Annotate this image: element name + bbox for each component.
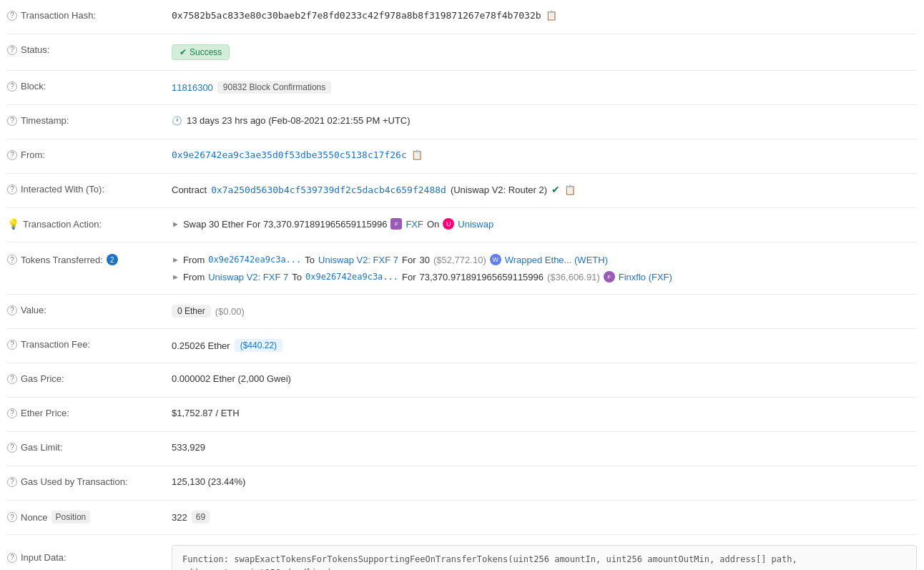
block-help-icon[interactable]: ?	[7, 82, 17, 92]
verified-icon: ✔	[551, 184, 560, 195]
nonce-help-icon[interactable]: ?	[7, 512, 17, 522]
tokens-transferred-label: ? Tokens Transferred: 2	[7, 252, 172, 265]
gas-used-label: ? Gas Used by Transaction:	[7, 476, 172, 487]
lightning-icon: 💡	[7, 218, 19, 230]
amount-1: 30	[420, 255, 430, 265]
gas-used-help-icon[interactable]: ?	[7, 477, 17, 487]
contract-prefix: Contract	[172, 185, 207, 195]
tx-fee-row: ? Transaction Fee: 0.25026 Ether ($440.2…	[7, 329, 917, 363]
gas-limit-value-col: 533,929	[172, 442, 917, 453]
value-help-icon[interactable]: ?	[7, 305, 17, 315]
tokens-help-icon[interactable]: ?	[7, 255, 17, 265]
gas-limit-help-icon[interactable]: ?	[7, 443, 17, 453]
check-icon: ✔	[180, 47, 187, 57]
triangle-icon: ►	[172, 220, 180, 228]
input-data-line2: address to, uint256 deadline)	[182, 566, 906, 570]
gas-price-help-icon[interactable]: ?	[7, 374, 17, 384]
usd-2: ($36,606.91)	[547, 272, 600, 282]
tx-hash-help-icon[interactable]: ?	[7, 11, 17, 21]
clock-icon: 🕐	[172, 116, 182, 126]
input-data-box: Function: swapExactTokensForTokensSuppor…	[172, 545, 917, 570]
ether-price-help-icon[interactable]: ?	[7, 408, 17, 418]
value-usd: ($0.00)	[215, 306, 245, 317]
token-name-2[interactable]: Finxflo (FXF)	[619, 272, 672, 282]
input-data-row: ? Input Data: Function: swapExactTokensF…	[7, 535, 917, 570]
gas-price-value-col: 0.000002 Ether (2,000 Gwei)	[172, 373, 917, 384]
tx-hash-copy-icon[interactable]: 📋	[546, 10, 557, 21]
tx-fee-help-icon[interactable]: ?	[7, 340, 17, 350]
ether-price-value: $1,752.87 / ETH	[172, 408, 240, 418]
contract-name: (Uniswap V2: Router 2)	[451, 185, 547, 195]
uniswap-link[interactable]: Uniswap	[458, 219, 493, 230]
swap-text: Swap 30 Ether For 73,370.971891965659115…	[183, 219, 388, 230]
block-number-link[interactable]: 11816300	[172, 82, 213, 93]
fxf-token-icon: F	[604, 271, 615, 282]
interacted-with-row: ? Interacted With (To): Contract 0x7a250…	[7, 174, 917, 208]
from-label-2: From	[183, 272, 205, 282]
from-addr-2[interactable]: Uniswap V2: FXF 7	[208, 272, 288, 282]
fxf-icon-box: F	[390, 218, 402, 230]
gas-used-value: 125,130 (23.44%)	[172, 476, 245, 487]
token-transfer-row-1: ► From 0x9e26742ea9c3a... To Uniswap V2:…	[172, 252, 917, 267]
usd-1: ($52,772.10)	[433, 255, 486, 265]
tokens-transferred-row: ? Tokens Transferred: 2 ► From 0x9e26742…	[7, 242, 917, 295]
from-addr-1[interactable]: 0x9e26742ea9c3a...	[208, 255, 301, 265]
timestamp-help-icon[interactable]: ?	[7, 116, 17, 126]
status-help-icon[interactable]: ?	[7, 45, 17, 55]
tx-hash-value-col: 0x7582b5ac833e80c30baeb2f7e8fd0233c42f97…	[172, 10, 917, 21]
from-row: ? From: 0x9e26742ea9c3ae35d0f53dbe3550c5…	[7, 139, 917, 174]
fxf-link[interactable]: FXF	[406, 219, 423, 230]
status-value-col: ✔ Success	[172, 44, 917, 60]
ether-price-label: ? Ether Price:	[7, 408, 172, 418]
uniswap-icon-action: U	[443, 218, 454, 230]
block-confirmations-badge: 90832 Block Confirmations	[217, 81, 331, 94]
tx-hash-label: ? Transaction Hash:	[7, 10, 172, 21]
value-amount: 0 Ether	[172, 305, 211, 318]
from-address-link[interactable]: 0x9e26742ea9c3ae35d0f53dbe3550c5138c17f2…	[172, 149, 407, 160]
nonce-label: ? Nonce Position	[7, 511, 172, 524]
tx-fee-value-col: 0.25026 Ether ($440.22)	[172, 339, 917, 352]
value-row: ? Value: 0 Ether ($0.00)	[7, 295, 917, 329]
status-row: ? Status: ✔ Success	[7, 34, 917, 71]
to-label-1: To	[305, 255, 315, 265]
tx-action-row: 💡 Transaction Action: ► Swap 30 Ether Fo…	[7, 208, 917, 242]
timestamp-value-col: 🕐 13 days 23 hrs ago (Feb-08-2021 02:21:…	[172, 115, 917, 126]
contract-copy-icon[interactable]: 📋	[564, 185, 576, 195]
to-addr-2[interactable]: 0x9e26742ea9c3a...	[305, 272, 398, 282]
tx-action-value-col: ► Swap 30 Ether For 73,370.9718919656591…	[172, 218, 917, 230]
contract-address-link[interactable]: 0x7a250d5630b4cf539739df2c5dacb4c659f248…	[211, 185, 446, 195]
to-addr-1[interactable]: Uniswap V2: FXF 7	[318, 255, 398, 265]
tx-fee-label: ? Transaction Fee:	[7, 339, 172, 350]
from-label-1: From	[183, 255, 205, 265]
interacted-help-icon[interactable]: ?	[7, 185, 17, 195]
tx-fee-usd: ($440.22)	[235, 339, 282, 352]
gas-limit-row: ? Gas Limit: 533,929	[7, 432, 917, 466]
from-copy-icon[interactable]: 📋	[411, 149, 423, 160]
block-row: ? Block: 11816300 90832 Block Confirmati…	[7, 71, 917, 105]
gas-price-label: ? Gas Price:	[7, 373, 172, 384]
nonce-value: 322	[172, 512, 187, 523]
triangle-icon-2: ►	[172, 272, 180, 281]
from-value-col: 0x9e26742ea9c3ae35d0f53dbe3550c5138c17f2…	[172, 149, 917, 160]
tokens-transferred-value-col: ► From 0x9e26742ea9c3a... To Uniswap V2:…	[172, 252, 917, 284]
tx-hash-value: 0x7582b5ac833e80c30baeb2f7e8fd0233c42f97…	[172, 10, 541, 21]
interacted-with-value-col: Contract 0x7a250d5630b4cf539739df2c5dacb…	[172, 184, 917, 195]
from-help-icon[interactable]: ?	[7, 150, 17, 160]
nonce-position-value: 69	[192, 511, 210, 524]
input-data-line1: Function: swapExactTokensForTokensSuppor…	[182, 553, 906, 566]
token-name-1[interactable]: Wrapped Ethe... (WETH)	[505, 255, 608, 265]
status-badge: ✔ Success	[172, 44, 230, 60]
timestamp-value: 13 days 23 hrs ago (Feb-08-2021 02:21:55…	[187, 115, 411, 126]
nonce-row: ? Nonce Position 322 69	[7, 501, 917, 535]
nonce-value-col: 322 69	[172, 511, 917, 524]
value-value-col: 0 Ether ($0.00)	[172, 305, 917, 318]
tx-action-label: 💡 Transaction Action:	[7, 218, 172, 230]
value-label: ? Value:	[7, 305, 172, 315]
to-label-2: To	[292, 272, 302, 282]
amount-2: 73,370.971891965659115996	[420, 272, 544, 282]
input-data-help-icon[interactable]: ?	[7, 553, 17, 563]
timestamp-row: ? Timestamp: 🕐 13 days 23 hrs ago (Feb-0…	[7, 105, 917, 139]
gas-limit-label: ? Gas Limit:	[7, 442, 172, 453]
gas-used-row: ? Gas Used by Transaction: 125,130 (23.4…	[7, 466, 917, 501]
from-label: ? From:	[7, 149, 172, 160]
